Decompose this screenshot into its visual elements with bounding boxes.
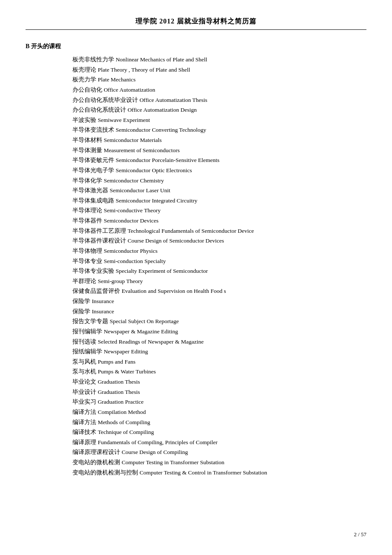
- list-item: 变电站的微机检测与控制 Computer Testing & Control i…: [72, 468, 366, 478]
- list-item: 办公自动化 Office Automatization: [72, 85, 366, 95]
- list-item: 编译原理课程设计 Course Design of Compiling: [72, 447, 366, 457]
- list-item: 泵与风机 Pumps and Fans: [72, 357, 366, 367]
- page-header: 理学院 2012 届就业指导材料之简历篇: [26, 17, 366, 30]
- list-item: 半导体器件工艺原理 Technological Fundamentals of …: [72, 226, 366, 236]
- list-item: 半导体器件 Semiconductor Devices: [72, 216, 366, 226]
- list-item: 编译技术 Technique of Compiling: [72, 427, 366, 437]
- list-item: 报纸编辑学 Newspaper Editing: [72, 347, 366, 357]
- list-item: 半导体光电子学 Semiconductor Optic Electronics: [72, 165, 366, 176]
- list-item: 半导体集成电路 Semiconductor Integrated Circuit…: [72, 196, 366, 206]
- list-item: 板壳力学 Plate Mechanics: [72, 75, 366, 85]
- list-item: 报刊选读 Selected Readings of Newspaper & Ma…: [72, 337, 366, 347]
- list-item: 板壳非线性力学 Nonlinear Mechanics of Plate and…: [72, 55, 366, 65]
- list-item: 半导体专业实验 Specialty Experiment of Semicond…: [72, 266, 366, 276]
- list-item: 编译方法 Methods of Compiling: [72, 417, 366, 428]
- list-item: 编译方法 Compilation Method: [72, 407, 366, 417]
- list-item: 毕业设计 Graduation Thesis: [72, 387, 366, 397]
- list-item: 变电站的微机检测 Computer Testing in Transformer…: [72, 457, 366, 468]
- list-item: 毕业论文 Graduation Thesis: [72, 377, 366, 387]
- course-list: 板壳非线性力学 Nonlinear Mechanics of Plate and…: [72, 55, 366, 477]
- list-item: 半波实验 Semiwave Experiment: [72, 115, 366, 125]
- list-item: 半导体理论 Semi-conductive Theory: [72, 205, 366, 216]
- section-title: B 开头的课程: [26, 43, 366, 50]
- list-item: 半导体材料 Semiconductor Materials: [72, 135, 366, 145]
- list-item: 报刊编辑学 Newspaper & Magazine Editing: [72, 327, 366, 337]
- list-item: 半导体测量 Measurement of Semiconductors: [72, 145, 366, 156]
- list-item: 板壳理论 Plate Theory , Theory of Plate and …: [72, 65, 366, 75]
- list-item: 编译原理 Fundamentals of Compiling, Principl…: [72, 437, 366, 448]
- list-item: 办公自动化系统设计 Office Automatization Design: [72, 105, 366, 115]
- page: 理学院 2012 届就业指导材料之简历篇 B 开头的课程 板壳非线性力学 Non…: [0, 0, 392, 555]
- header-title: 理学院 2012 届就业指导材料之简历篇: [135, 17, 257, 25]
- list-item: 保险学 Insurance: [72, 296, 366, 306]
- list-item: 半导体物理 Semiconductor Physics: [72, 246, 366, 256]
- list-item: 保险学 Insurance: [72, 306, 366, 317]
- page-number: 2 / 57: [354, 531, 366, 538]
- list-item: 半群理论 Semi-group Theory: [72, 276, 366, 286]
- list-item: 半导体化学 Semiconductor Chemistry: [72, 176, 366, 186]
- list-item: 半导体瓷敏元件 Semiconductor Porcelain-Sensitiv…: [72, 155, 366, 165]
- list-item: 泵与水机 Pumps & Water Turbines: [72, 367, 366, 377]
- list-item: 保健食品监督评价 Evaluation and Supervision on H…: [72, 286, 366, 296]
- list-item: 半导体器件课程设计 Course Design of Semiconductor…: [72, 236, 366, 246]
- list-item: 半导体变流技术 Semiconductor Converting Technol…: [72, 125, 366, 135]
- list-item: 毕业实习 Graduation Practice: [72, 397, 366, 407]
- list-item: 办公自动化系统毕业设计 Office Automatization Thesis: [72, 95, 366, 105]
- list-item: 半导体激光器 Semiconductor Laser Unit: [72, 185, 366, 196]
- list-item: 报告文学专题 Special Subject On Reportage: [72, 316, 366, 327]
- page-footer: 2 / 57: [354, 531, 366, 538]
- list-item: 半导体专业 Semi-conduction Specialty: [72, 256, 366, 266]
